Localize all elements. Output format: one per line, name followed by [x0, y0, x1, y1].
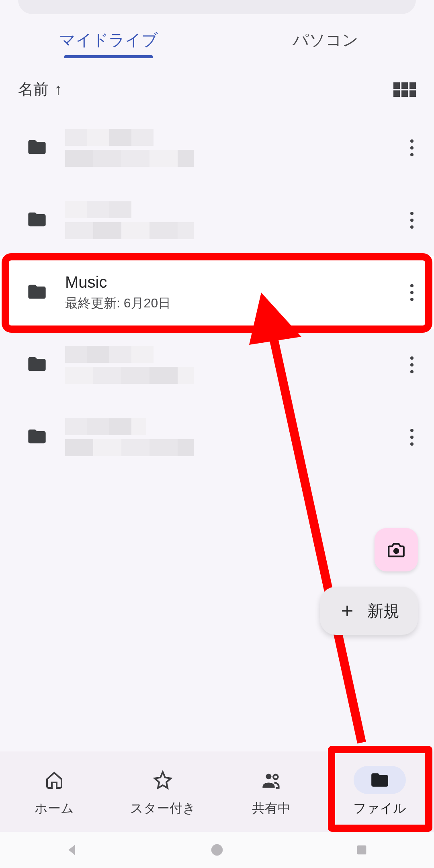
system-home-button[interactable]: [207, 840, 227, 860]
more-vert-icon: [410, 429, 414, 446]
list-item[interactable]: [0, 184, 434, 256]
item-title: Music: [65, 273, 382, 291]
folder-icon: [27, 137, 47, 159]
list-item[interactable]: [0, 329, 434, 401]
search-bar[interactable]: [18, 0, 416, 14]
more-options-button[interactable]: [398, 429, 426, 446]
more-vert-icon: [410, 139, 414, 156]
tab-underline: [281, 55, 370, 58]
more-options-button[interactable]: [398, 212, 426, 229]
plus-icon: [338, 602, 356, 620]
list-item-music[interactable]: Music 最終更新: 6月20日: [0, 256, 434, 329]
more-vert-icon: [410, 284, 414, 301]
blurred-placeholder: [65, 201, 382, 239]
list-item[interactable]: [0, 401, 434, 473]
blurred-placeholder: [65, 346, 382, 384]
grid-icon: [393, 82, 416, 97]
bottom-nav: ホーム スター付き 共有中 ファイル: [0, 751, 434, 832]
blurred-placeholder: [65, 129, 382, 167]
home-icon: [45, 770, 64, 790]
svg-point-3: [266, 774, 272, 779]
blurred-placeholder: [65, 418, 382, 456]
sort-bar: 名前 ↑: [0, 66, 434, 112]
camera-fab[interactable]: [375, 528, 418, 571]
folder-icon: [27, 426, 47, 448]
new-fab[interactable]: 新規: [320, 587, 418, 635]
more-vert-icon: [410, 212, 414, 229]
drive-tabs: マイドライブ パソコン: [0, 21, 434, 66]
nav-shared[interactable]: 共有中: [217, 751, 326, 832]
nav-files[interactable]: ファイル: [326, 751, 434, 832]
system-recents-button[interactable]: [352, 840, 372, 860]
nav-label: 共有中: [252, 800, 291, 817]
tab-my-drive[interactable]: マイドライブ: [0, 21, 217, 66]
svg-point-4: [273, 775, 278, 779]
circle-icon: [209, 842, 225, 858]
grid-view-button[interactable]: [393, 82, 416, 97]
drive-screen: マイドライブ パソコン 名前 ↑: [0, 0, 434, 868]
star-icon: [153, 770, 172, 790]
shared-icon: [261, 770, 282, 790]
tab-underline: [64, 55, 153, 58]
camera-icon: [386, 540, 406, 560]
sort-button[interactable]: 名前 ↑: [18, 79, 62, 100]
more-options-button[interactable]: [398, 356, 426, 373]
system-back-button[interactable]: [62, 840, 82, 860]
tab-computers[interactable]: パソコン: [217, 21, 434, 66]
folder-icon: [27, 209, 47, 231]
back-triangle-icon: [65, 842, 80, 858]
new-fab-label: 新規: [367, 600, 399, 622]
nav-starred[interactable]: スター付き: [108, 751, 217, 832]
system-nav-bar: [0, 832, 434, 868]
folder-icon: [370, 770, 390, 790]
square-icon: [355, 843, 368, 857]
nav-label: ファイル: [353, 800, 406, 817]
nav-label: スター付き: [130, 800, 196, 817]
svg-point-5: [211, 844, 223, 856]
tab-label: パソコン: [293, 29, 358, 51]
more-options-button[interactable]: [398, 139, 426, 156]
folder-icon: [27, 281, 47, 304]
nav-home[interactable]: ホーム: [0, 751, 108, 832]
file-list: Music 最終更新: 6月20日: [0, 112, 434, 751]
folder-icon: [27, 354, 47, 376]
tab-label: マイドライブ: [59, 29, 158, 51]
item-subtitle: 最終更新: 6月20日: [65, 295, 382, 312]
list-item[interactable]: [0, 112, 434, 184]
arrow-up-icon: ↑: [54, 80, 62, 98]
more-options-button[interactable]: [398, 284, 426, 301]
svg-rect-6: [357, 845, 366, 855]
more-vert-icon: [410, 356, 414, 373]
svg-point-2: [393, 548, 399, 554]
sort-label: 名前: [18, 79, 49, 100]
nav-label: ホーム: [35, 800, 74, 817]
